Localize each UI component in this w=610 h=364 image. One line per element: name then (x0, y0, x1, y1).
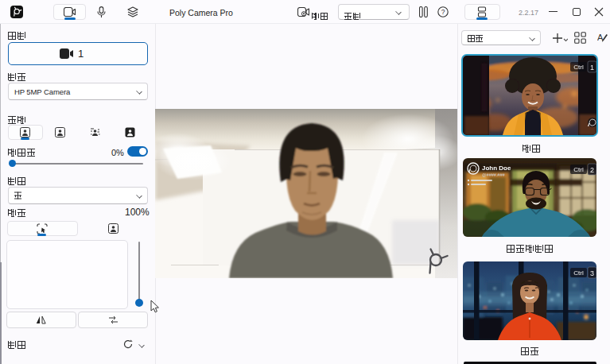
svg-text:2: 2 (590, 166, 594, 174)
svg-text:3: 3 (590, 269, 594, 277)
svg-text:Ctrl: Ctrl (573, 64, 584, 71)
svg-text:Ctrl: Ctrl (573, 269, 584, 277)
svg-text:1: 1 (590, 64, 594, 72)
svg-text:?: ? (441, 8, 445, 16)
svg-text:Ctrl: Ctrl (573, 166, 584, 173)
svg-text:John Doe: John Doe (482, 165, 511, 172)
svg-text:@####.###: @####.### (482, 172, 505, 177)
